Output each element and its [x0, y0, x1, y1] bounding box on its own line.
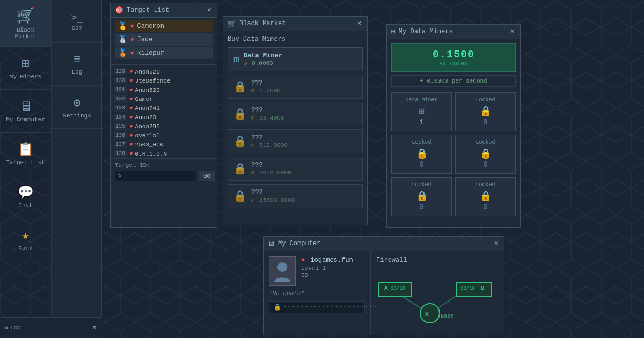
black-market-titlebar: 🛒 Black Market ×	[223, 17, 367, 31]
computer-close[interactable]: ×	[493, 239, 500, 248]
sidebar-left: 🛒 Black Market ⊞ My Miners 🖥 My Computer…	[0, 0, 51, 338]
miner-slot-label-2: Locked	[396, 139, 447, 145]
player-row[interactable]: 133 ♥ Anon741	[111, 104, 217, 113]
miner-slot-lock-icon-1: 🔒	[460, 105, 511, 117]
miner-slot-label-0: Data Miner	[396, 97, 447, 103]
black-market-body: Buy Data Miners ⊞ Data Miner ⊙ 0.0060 🔒 …	[223, 31, 367, 216]
miners-close[interactable]: ×	[509, 27, 516, 36]
lock-icon-1: 🔒	[233, 80, 247, 93]
player-row[interactable]: 135 ♥ Anon295	[111, 122, 217, 131]
log-icon-sm: ≡	[4, 324, 8, 332]
miner-price-2: ⊙ 18.4000	[251, 114, 357, 121]
target-list-title: Target List	[127, 6, 169, 14]
miner-slot-3: Locked 🔒 0	[455, 135, 516, 174]
player-row[interactable]: 132 ♥ Gamer	[111, 94, 217, 104]
sidebar-label-rank: Rank	[18, 245, 32, 252]
player-row[interactable]: 130 ♥ JteDefonce	[111, 76, 217, 85]
miner-price-3: ⊙ 512.0000	[251, 142, 357, 149]
miner-slot-count-2: 0	[396, 160, 447, 169]
player-row[interactable]: 137 ♥ 2508_HCK	[111, 140, 217, 149]
top-player-3[interactable]: 🥉 ♥ kilopur	[115, 47, 213, 59]
player-heart: ♥	[129, 142, 133, 148]
player-row[interactable]: 136 ♥ overlol	[111, 131, 217, 140]
computer-profile: ♥ iogames.fun Level 1 ID "No quote" 🔒 ••…	[264, 251, 371, 335]
sidebar-item-black-market[interactable]: 🛒 Black Market	[0, 0, 51, 47]
chat-icon: 💬	[18, 185, 34, 200]
black-market-title-icon: 🛒	[228, 19, 236, 28]
miner-price-1: ⊙ 0.2500	[251, 87, 357, 94]
heart-1: ♥	[130, 23, 134, 30]
computer-titlebar: 🖥 My Computer ×	[264, 237, 504, 251]
medal-1: 🥇	[118, 21, 127, 31]
svg-text:A: A	[384, 285, 388, 291]
sidebar-item-rank[interactable]: ★ Rank	[0, 218, 51, 261]
miner-item-0[interactable]: ⊞ Data Miner ⊙ 0.0060	[228, 47, 363, 71]
miner-slot-count-0: 1	[396, 118, 447, 127]
sidebar-label-chat: Chat	[18, 202, 32, 209]
sidebar-item-settings[interactable]: ⚙ Settings	[52, 86, 103, 129]
sidebar-item-cdm[interactable]: >_ cdm	[52, 0, 103, 43]
player-num: 132	[114, 95, 127, 102]
medal-2: 🥈	[118, 35, 127, 44]
player-name: Anon520	[135, 69, 160, 75]
player-num: 137	[114, 141, 127, 148]
player-row[interactable]: 134 ♥ Anon20	[111, 113, 217, 122]
sidebar-item-log[interactable]: ≡ Log	[52, 43, 103, 86]
sidebar-item-my-computer[interactable]: 🖥 My Computer	[0, 90, 51, 133]
profile-quote: "No quote"	[269, 290, 365, 297]
target-list-close[interactable]: ×	[206, 6, 213, 14]
lock-icon-3: 🔒	[233, 135, 247, 148]
black-market-close[interactable]: ×	[356, 19, 363, 28]
miner-slot-lock-icon-4: 🔒	[396, 190, 447, 202]
player-row[interactable]: 131 ♥ Anon523	[111, 85, 217, 94]
miner-slot-count-1: 0	[460, 118, 511, 127]
top-player-3-name: kilopur	[137, 49, 164, 57]
miner-price-0: ⊙ 0.0060	[244, 60, 357, 67]
black-market-title: Black Market	[239, 20, 286, 27]
log-close[interactable]: ×	[91, 324, 98, 332]
miner-name-5: ???	[251, 189, 357, 196]
target-id-section: Target ID: Go	[111, 158, 217, 185]
svg-text:B: B	[481, 285, 485, 291]
sidebar-item-chat[interactable]: 💬 Chat	[0, 175, 51, 218]
sidebar-item-target-list[interactable]: 📋 Target List	[0, 133, 51, 175]
miner-slot-lock-icon-5: 🔒	[460, 190, 511, 202]
balance-amount: 0.1500	[398, 48, 509, 61]
black-market-window: 🛒 Black Market × Buy Data Miners ⊞ Data …	[223, 16, 368, 225]
log-icon: ≡	[74, 53, 80, 67]
miner-name-1: ???	[251, 79, 357, 87]
medal-3: 🥉	[118, 48, 127, 57]
miners-body: 0.1500 BT COINS + 0.0000 per second Data…	[387, 39, 520, 221]
player-heart: ♥	[129, 87, 133, 93]
computer-title-icon: 🖥	[268, 240, 275, 248]
player-name: JteDefonce	[135, 78, 171, 84]
target-id-input[interactable]	[115, 171, 196, 181]
sidebar-item-my-miners[interactable]: ⊞ My Miners	[0, 47, 51, 90]
sidebar-label-target-list: Target List	[6, 159, 45, 166]
player-heart: ♥	[129, 105, 133, 112]
computer-body: ♥ iogames.fun Level 1 ID "No quote" 🔒 ••…	[264, 251, 504, 335]
player-num: 134	[114, 114, 127, 121]
player-heart: ♥	[129, 69, 133, 75]
miner-icon-0: ⊞	[233, 54, 239, 65]
profile-level: Level 1	[301, 265, 365, 271]
top-player-1[interactable]: 🥇 ♥ Cameron	[115, 20, 213, 32]
lock-icon: 🔒	[274, 304, 281, 311]
player-row[interactable]: 138 ♥ 0.R.1.0.N	[111, 149, 217, 158]
miner-item-5: 🔒 ??? ⊙ 25600.0000	[228, 184, 363, 208]
player-num: 135	[114, 123, 127, 130]
player-name: Anon295	[135, 123, 160, 130]
player-name: Anon20	[135, 114, 157, 121]
miner-slot-count-4: 0	[396, 203, 447, 211]
log-titlebar: ≡ Log ×	[0, 321, 102, 334]
player-num: 129	[114, 68, 127, 75]
go-button[interactable]: Go	[199, 171, 215, 181]
miners-title-icon: ⊞	[391, 27, 396, 36]
svg-text:X: X	[425, 311, 429, 318]
miner-item-3: 🔒 ??? ⊙ 512.0000	[228, 129, 363, 153]
player-heart: ♥	[129, 114, 133, 121]
top-player-2[interactable]: 🥈 ♥ Jade	[115, 33, 213, 46]
my-miners-icon: ⊞	[21, 56, 29, 71]
player-row[interactable]: 129 ♥ Anon520	[111, 67, 217, 76]
player-name: 2508_HCK	[135, 142, 164, 148]
